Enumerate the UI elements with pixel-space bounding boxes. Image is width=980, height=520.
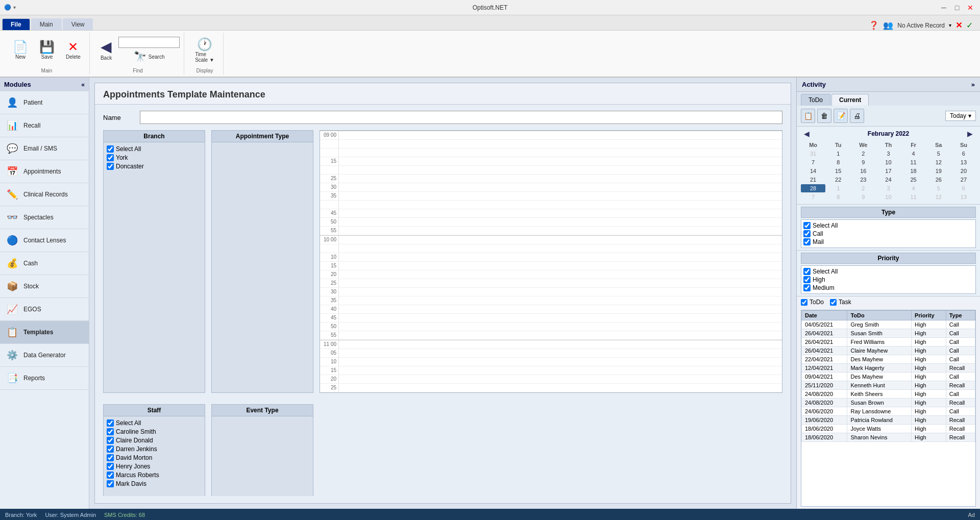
search-input[interactable] <box>118 37 180 48</box>
sidebar-item-email-sms[interactable]: 💬 Email / SMS <box>0 137 89 160</box>
cal-day-7-mar[interactable]: 7 <box>801 193 825 201</box>
cal-day-8-mar[interactable]: 8 <box>826 193 850 201</box>
cal-next-btn[interactable]: ▶ <box>964 130 976 138</box>
sidebar-item-data-generator[interactable]: ⚙️ Data Generator <box>0 344 89 367</box>
cal-day-11-mar[interactable]: 11 <box>901 193 926 201</box>
cal-day-19[interactable]: 19 <box>926 167 951 175</box>
table-row[interactable]: 22/04/2021Des MayhewHighCall <box>802 355 975 364</box>
tab-file[interactable]: File <box>2 18 30 30</box>
staff-marcus-roberts[interactable]: Marcus Roberts <box>107 472 202 479</box>
sidebar-item-cash[interactable]: 💰 Cash <box>0 252 89 275</box>
col-todo[interactable]: ToDo <box>847 311 912 320</box>
sidebar-item-clinical-records[interactable]: ✏️ Clinical Records <box>0 183 89 206</box>
priority-select-all[interactable]: Select All <box>803 268 973 275</box>
col-date[interactable]: Date <box>802 311 847 320</box>
table-row[interactable]: 18/06/2020Sharon NevinsHighRecall <box>802 433 975 442</box>
cal-day-23[interactable]: 23 <box>851 176 875 184</box>
sidebar-item-recall[interactable]: 📊 Recall <box>0 114 89 137</box>
cal-day-15[interactable]: 15 <box>826 167 850 175</box>
cal-day-3[interactable]: 3 <box>876 150 900 158</box>
activity-list-btn[interactable]: 📋 <box>801 109 815 123</box>
staff-select-all-check[interactable] <box>107 419 114 427</box>
table-row[interactable]: 12/04/2021Mark HagertyHighRecall <box>802 364 975 373</box>
staff-david-check[interactable] <box>107 454 114 461</box>
cal-day-5[interactable]: 5 <box>926 150 951 158</box>
sidebar-item-stock[interactable]: 📦 Stock <box>0 275 89 298</box>
table-row[interactable]: 26/04/2021Fred WilliamsHighCall <box>802 338 975 346</box>
cal-day-11[interactable]: 11 <box>901 158 926 166</box>
new-button[interactable]: 📄 New <box>8 38 33 62</box>
cal-day-6[interactable]: 6 <box>951 150 976 158</box>
branch-select-all-check[interactable] <box>107 145 114 153</box>
cal-day-28[interactable]: 28 <box>801 184 825 192</box>
time-scale-button[interactable]: 🕐 TimeScale ▼ <box>190 36 219 65</box>
type-mail-check[interactable] <box>803 238 811 245</box>
branch-doncaster[interactable]: Doncaster <box>107 163 202 170</box>
cal-day-26[interactable]: 26 <box>926 176 951 184</box>
priority-select-all-check[interactable] <box>803 268 811 275</box>
cal-day-22[interactable]: 22 <box>826 176 850 184</box>
staff-darren-check[interactable] <box>107 445 114 453</box>
sidebar-item-reports[interactable]: 📑 Reports <box>0 367 89 390</box>
cal-day-16[interactable]: 16 <box>851 167 875 175</box>
staff-select-all[interactable]: Select All <box>107 419 202 427</box>
cal-day-25[interactable]: 25 <box>901 176 926 184</box>
table-row[interactable]: 04/05/2021Greg SmithHighCall <box>802 320 975 329</box>
minimize-btn[interactable]: ─ <box>938 2 949 13</box>
cal-day-6-mar[interactable]: 6 <box>951 184 976 192</box>
branch-doncaster-check[interactable] <box>107 163 114 170</box>
branch-select-all[interactable]: Select All <box>107 145 202 153</box>
activity-add-btn[interactable]: 📝 <box>834 109 848 123</box>
back-button[interactable]: ◀ Back <box>96 37 116 63</box>
cal-day-12[interactable]: 12 <box>926 158 951 166</box>
cal-day-8[interactable]: 8 <box>826 158 850 166</box>
cal-day-7[interactable]: 7 <box>801 158 825 166</box>
tab-main[interactable]: Main <box>31 18 62 30</box>
staff-darren-jenkins[interactable]: Darren Jenkins <box>107 445 202 453</box>
table-row[interactable]: 18/06/2020Joyce WattsHighRecall <box>802 425 975 433</box>
cal-day-1-mar[interactable]: 1 <box>826 184 850 192</box>
task-check[interactable] <box>830 299 837 306</box>
staff-henry-jones[interactable]: Henry Jones <box>107 463 202 470</box>
col-type[interactable]: Type <box>946 311 975 320</box>
save-button[interactable]: 💾 Save <box>35 38 59 62</box>
cal-day-12-mar[interactable]: 12 <box>926 193 951 201</box>
maximize-btn[interactable]: □ <box>951 2 963 13</box>
type-select-all[interactable]: Select All <box>803 222 973 229</box>
todo-check[interactable] <box>801 299 807 306</box>
activity-print-btn[interactable]: 🖨 <box>850 109 864 123</box>
table-row[interactable]: 25/11/2020Kenneth HuntHighRecall <box>802 381 975 390</box>
cal-day-17[interactable]: 17 <box>876 167 900 175</box>
staff-mark-davis[interactable]: Mark Davis <box>107 480 202 487</box>
cal-day-24[interactable]: 24 <box>876 176 900 184</box>
table-row[interactable]: 24/08/2020Susan BrownHighRecall <box>802 399 975 407</box>
cal-day-4-mar[interactable]: 4 <box>901 184 926 192</box>
type-call[interactable]: Call <box>803 230 973 237</box>
type-call-check[interactable] <box>803 230 811 237</box>
delete-button[interactable]: ✕ Delete <box>61 38 85 62</box>
staff-henry-check[interactable] <box>107 463 114 470</box>
time-col-900[interactable] <box>338 131 782 139</box>
type-select-all-check[interactable] <box>803 222 811 229</box>
sidebar-item-patient[interactable]: 👤 Patient <box>0 91 89 114</box>
cal-day-20[interactable]: 20 <box>951 167 976 175</box>
cal-day-21[interactable]: 21 <box>801 176 825 184</box>
cal-day-31-jan[interactable]: 31 <box>801 150 825 158</box>
table-row[interactable]: 19/06/2020Patricia RowlandHighRecall <box>802 416 975 425</box>
staff-david-morton[interactable]: David Morton <box>107 454 202 461</box>
cal-day-4[interactable]: 4 <box>901 150 926 158</box>
name-input[interactable] <box>140 111 782 124</box>
cal-day-9[interactable]: 9 <box>851 158 875 166</box>
table-row[interactable]: 26/04/2021Susan SmithHighCall <box>802 329 975 338</box>
priority-high-check[interactable] <box>803 276 811 283</box>
table-row[interactable]: 26/04/2021Claire MayhewHighCall <box>802 346 975 355</box>
sidebar-item-templates[interactable]: 📋 Templates <box>0 321 89 344</box>
close-btn[interactable]: ✕ <box>965 2 976 13</box>
search-button[interactable]: 🔭 Search <box>131 49 167 64</box>
tab-view[interactable]: View <box>63 18 93 30</box>
activity-expand-icon[interactable]: » <box>971 81 975 88</box>
cal-day-3-mar[interactable]: 3 <box>876 184 900 192</box>
today-dropdown[interactable]: Today ▾ <box>945 111 976 121</box>
sidebar-item-spectacles[interactable]: 👓 Spectacles <box>0 206 89 229</box>
staff-claire-check[interactable] <box>107 437 114 444</box>
